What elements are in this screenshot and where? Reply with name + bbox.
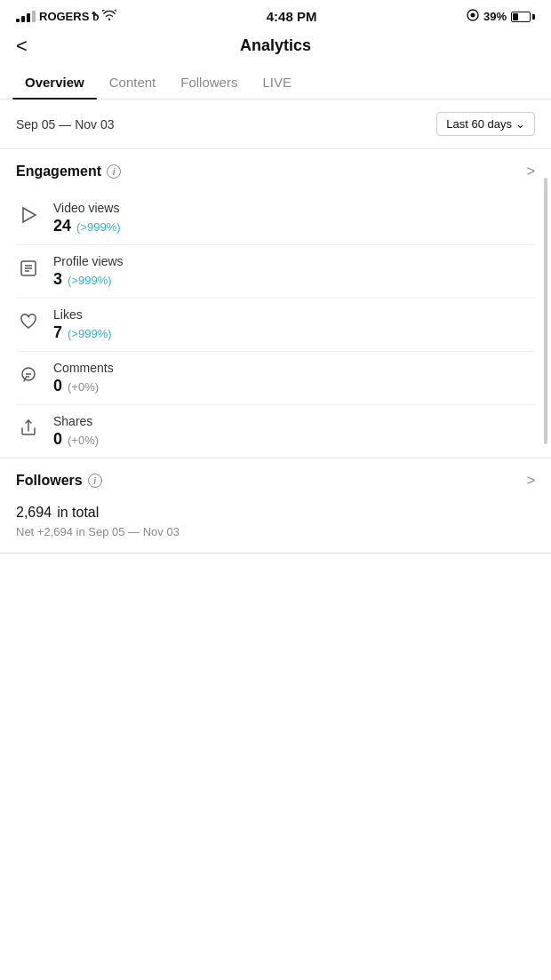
engagement-info-icon[interactable]: i	[107, 164, 121, 179]
tab-content[interactable]: Content	[97, 66, 169, 99]
signal-bars-icon	[16, 11, 36, 22]
tab-overview[interactable]: Overview	[12, 66, 97, 99]
tab-live[interactable]: LIVE	[250, 66, 304, 99]
date-row: Sep 05 — Nov 03 Last 60 days ⌄	[0, 100, 551, 149]
tabs-bar: Overview Content Followers LIVE	[0, 66, 551, 100]
followers-section: Followers i > 2,694 in total Net +2,694 …	[0, 458, 551, 553]
play-icon	[16, 203, 41, 227]
video-views-label: Video views	[53, 201, 121, 215]
share-icon	[16, 416, 41, 441]
followers-count: 2,694 in total	[16, 499, 99, 522]
heart-icon	[16, 309, 41, 334]
metric-row-video-views: Video views 24 (>999%)	[16, 192, 535, 245]
comments-value: 0	[53, 377, 62, 395]
chevron-down-icon: ⌄	[515, 117, 525, 131]
followers-chevron-icon[interactable]: >	[527, 473, 535, 489]
profile-views-label: Profile views	[53, 254, 124, 268]
date-filter-button[interactable]: Last 60 days ⌄	[436, 112, 535, 136]
tab-followers[interactable]: Followers	[168, 66, 250, 99]
status-time: 4:48 PM	[267, 9, 317, 24]
battery-percent: 39%	[483, 10, 507, 23]
shares-value: 0	[53, 430, 62, 449]
engagement-title: Engagement	[16, 163, 101, 179]
profile-icon	[16, 256, 41, 281]
followers-title: Followers	[16, 473, 83, 489]
svg-point-1	[470, 13, 475, 18]
followers-net-text: Net +2,694 in Sep 05 — Nov 03	[16, 525, 535, 538]
followers-title-row: Followers i	[16, 473, 102, 489]
comment-icon	[16, 363, 41, 387]
metric-row-comments: Comments 0 (+0%)	[16, 352, 535, 405]
likes-value: 7	[53, 323, 62, 342]
metric-row-likes: Likes 7 (>999%)	[16, 299, 535, 352]
metric-row-shares: Shares 0 (+0%)	[16, 405, 535, 458]
header: < Analytics	[0, 29, 551, 66]
video-views-value: 24	[53, 217, 71, 235]
metric-row-profile-views: Profile views 3 (>999%)	[16, 245, 535, 299]
carrier-label: ROGERS	[39, 10, 89, 23]
video-views-change: (>999%)	[76, 220, 121, 234]
followers-total-row: 2,694 in total	[16, 499, 535, 522]
comments-change: (+0%)	[68, 380, 99, 394]
page-title: Analytics	[240, 36, 311, 55]
likes-label: Likes	[53, 307, 112, 322]
engagement-header: Engagement i >	[16, 163, 535, 179]
profile-views-value: 3	[53, 270, 62, 289]
followers-divider	[0, 553, 551, 554]
shares-label: Shares	[53, 414, 99, 428]
likes-change: (>999%)	[68, 327, 112, 340]
engagement-chevron-icon[interactable]: >	[527, 163, 535, 179]
profile-views-change: (>999%)	[68, 274, 112, 287]
scrollbar[interactable]	[544, 178, 547, 444]
followers-header: Followers i >	[16, 473, 535, 489]
shares-change: (+0%)	[68, 434, 99, 447]
comments-label: Comments	[53, 361, 114, 375]
status-bar: ROGERS ᵬ 4:48 PM 39%	[0, 0, 551, 29]
status-right: 39%	[467, 9, 535, 24]
status-left: ROGERS ᵬ	[16, 9, 116, 24]
followers-info-icon[interactable]: i	[88, 474, 102, 488]
location-icon	[467, 9, 479, 24]
battery-icon	[511, 12, 535, 22]
svg-marker-2	[23, 208, 36, 222]
wifi-icon: ᵬ	[92, 9, 116, 24]
back-button[interactable]: <	[16, 35, 28, 58]
engagement-section: Engagement i > Video views 24 (>999%)	[0, 149, 551, 458]
date-range-text: Sep 05 — Nov 03	[16, 117, 115, 131]
engagement-title-row: Engagement i	[16, 163, 121, 179]
